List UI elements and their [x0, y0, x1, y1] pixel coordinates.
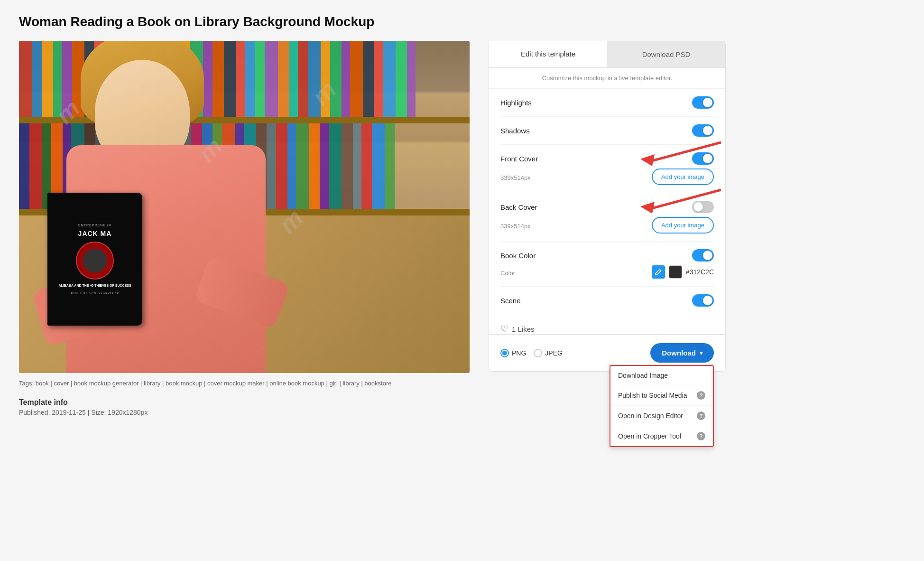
dropdown-publish-social-label: Publish to Social Media: [618, 392, 687, 399]
download-button-arrow: ▾: [700, 350, 702, 356]
right-panel: Edit this template Download PSD Customiz…: [489, 41, 726, 372]
back-cover-add-image-button[interactable]: Add your image: [652, 217, 714, 234]
front-cover-toggle[interactable]: [692, 152, 714, 165]
scene-label: Scene: [500, 297, 521, 305]
book-color-toggle[interactable]: [692, 249, 714, 262]
dropdown-download-image-label: Download Image: [618, 372, 668, 379]
template-info-title: Template info: [19, 398, 470, 407]
tab-download-psd[interactable]: Download PSD: [607, 41, 725, 67]
color-hex-value: #312C2C: [686, 268, 714, 276]
color-edit-button[interactable]: [652, 265, 665, 279]
tab-edit-template[interactable]: Edit this template: [489, 41, 607, 67]
highlights-toggle[interactable]: [692, 96, 714, 109]
panel-subtitle: Customize this mockup in a live template…: [489, 68, 725, 89]
png-radio-circle: [500, 349, 509, 357]
book-subtitle: ALIBABA AND THE 40 THIEVES OF SUCCESS: [58, 283, 131, 289]
color-swatch[interactable]: [669, 265, 682, 279]
book-top-text: ENTREPRENEUR: [78, 224, 111, 227]
jpeg-radio-circle: [534, 349, 542, 357]
dropdown-item-cropper-tool[interactable]: Open in Cropper Tool ?: [610, 426, 713, 446]
format-png-option[interactable]: PNG: [500, 349, 526, 357]
download-button-label: Download: [662, 349, 696, 357]
dropdown-item-publish-social[interactable]: Publish to Social Media ?: [610, 385, 713, 406]
likes-row: ♡ 1 Likes: [489, 314, 725, 334]
tags-section: Tags: book | cover | book mockup generat…: [19, 380, 470, 387]
highlights-toggle-thumb: [703, 98, 712, 107]
front-cover-dimensions: 339x514px: [500, 174, 531, 181]
png-label: PNG: [512, 349, 526, 357]
tags-text: Tags: book | cover | book mockup generat…: [19, 380, 391, 387]
front-cover-toggle-thumb: [703, 154, 712, 163]
settings-section: Highlights Shadows: [489, 89, 725, 314]
back-cover-label: Back Cover: [500, 203, 537, 211]
jpeg-label: JPEG: [545, 349, 563, 357]
front-cover-label: Front Cover: [500, 155, 538, 163]
dropdown-cropper-tool-label: Open in Cropper Tool: [618, 432, 681, 440]
back-cover-toggle-thumb: [693, 202, 703, 212]
template-info: Template info Published: 2019-11-25 | Si…: [19, 398, 470, 416]
dropdown-item-design-editor[interactable]: Open in Design Editor ?: [610, 406, 713, 426]
setting-book-color: Book Color Color: [500, 242, 714, 287]
likes-count: 1 Likes: [512, 325, 535, 333]
scene-toggle[interactable]: [692, 294, 714, 307]
color-label: Color: [500, 270, 515, 277]
book-color-label: Book Color: [500, 252, 536, 260]
shadows-label: Shadows: [500, 127, 530, 135]
book-cover: ENTREPRENEUR JACK MA ALIBABA AND THE 40 …: [47, 193, 142, 326]
shelf-divider-1: [19, 117, 470, 123]
mockup-image: ENTREPRENEUR JACK MA ALIBABA AND THE 40 …: [19, 41, 470, 373]
book-color-toggle-thumb: [703, 251, 712, 260]
front-cover-add-image-button[interactable]: Add your image: [652, 168, 714, 185]
format-options: PNG JPEG: [500, 349, 563, 357]
template-info-details: Published: 2019-11-25 | Size: 1920x1280p…: [19, 409, 470, 416]
heart-icon[interactable]: ♡: [500, 324, 508, 334]
image-section: ENTREPRENEUR JACK MA ALIBABA AND THE 40 …: [19, 41, 470, 416]
dropdown-item-download-image[interactable]: Download Image: [610, 366, 713, 385]
setting-front-cover: Front Cover 339x514px Add your image: [500, 145, 714, 193]
setting-highlights: Highlights: [500, 89, 714, 117]
dropdown-design-editor-label: Open in Design Editor: [618, 412, 683, 420]
back-cover-dimensions: 339x514px: [500, 223, 531, 230]
panel-tabs: Edit this template Download PSD: [489, 41, 725, 68]
highlights-label: Highlights: [500, 99, 532, 107]
scene-toggle-thumb: [703, 296, 712, 305]
setting-scene: Scene: [500, 287, 714, 314]
setting-shadows: Shadows: [500, 117, 714, 145]
color-picker-row: #312C2C: [652, 265, 714, 279]
dropdown-menu: Download Image Publish to Social Media ?…: [610, 365, 714, 447]
design-editor-help-icon[interactable]: ?: [697, 411, 705, 420]
book-cover-circle: [76, 242, 114, 280]
format-jpeg-option[interactable]: JPEG: [534, 349, 563, 357]
download-button[interactable]: Download ▾: [650, 343, 714, 363]
shadows-toggle[interactable]: [692, 124, 714, 137]
publish-social-help-icon[interactable]: ?: [697, 391, 705, 400]
book-author: JACK MA: [78, 230, 112, 238]
cropper-tool-help-icon[interactable]: ?: [697, 432, 705, 440]
back-cover-toggle[interactable]: [692, 201, 714, 213]
book-publisher: PUBLISHED BY THINK MAVERICK: [71, 292, 119, 295]
page-title: Woman Reading a Book on Library Backgrou…: [19, 14, 905, 29]
setting-back-cover: Back Cover 339x514px Add your image: [500, 193, 714, 242]
shadows-toggle-thumb: [703, 126, 712, 135]
